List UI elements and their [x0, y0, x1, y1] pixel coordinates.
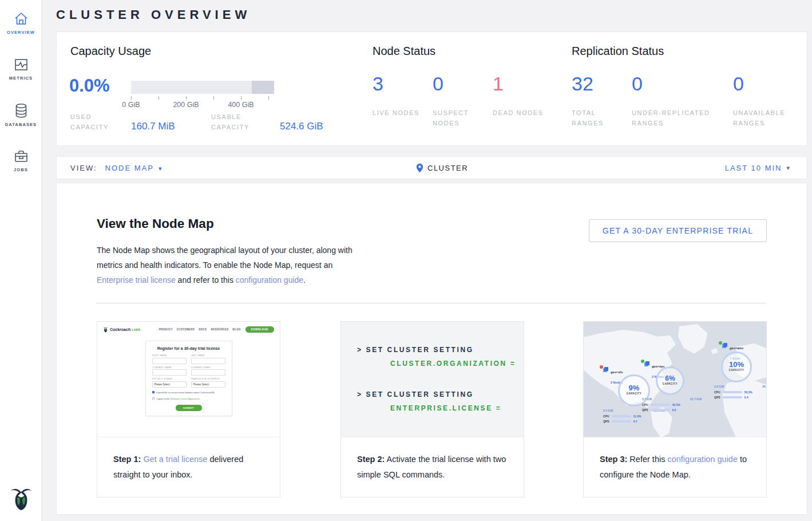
node-icon	[723, 343, 727, 347]
mini-site-header: Cockroach LABS PRODUCT CUSTOMERS DOCS RE…	[97, 322, 280, 335]
total-capacity: 36.6 GiB	[762, 385, 766, 388]
suspect-nodes-value: 0	[433, 73, 485, 94]
mini-trial-form: Register for a 30-day trial license FIRS…	[145, 341, 232, 416]
text-input	[191, 369, 225, 376]
home-icon	[14, 11, 29, 26]
capacity-percent: 0.0%	[69, 76, 110, 96]
sidebar-item-metrics[interactable]: METRICS	[0, 57, 42, 81]
usable-capacity-label: USABLE CAPACITY	[211, 112, 266, 132]
cockroach-labs-logo[interactable]	[0, 486, 42, 513]
node-map-heading: View the Node Map	[97, 216, 214, 231]
view-dropdown[interactable]: NODE MAP▾	[105, 164, 163, 172]
field-label: FIRST NAME	[152, 354, 187, 357]
email-updates-checkbox-row: I would like to receive email updates ab…	[152, 391, 225, 394]
chevron-down-icon: ▾	[786, 164, 790, 172]
capacity-bar	[131, 81, 274, 94]
form-fields: FIRST NAME LAST NAME COMPANY NAME COMPAN…	[152, 354, 225, 388]
view-label: VIEW:	[70, 164, 97, 172]
node-gauge-ams: geo=ams 1 Node 10% CAPACITY 3.6 GiB 36.6…	[584, 322, 766, 437]
locality-name: geo=ams	[730, 346, 743, 350]
node-status-title: Node Status	[373, 45, 435, 58]
breadcrumb-cluster: CLUSTER	[427, 164, 468, 172]
database-icon	[14, 103, 28, 119]
total-ranges-value: 32	[572, 73, 623, 94]
capacity-bar-reserved-segment	[252, 81, 274, 94]
sidebar-item-jobs[interactable]: JOBS	[0, 149, 42, 172]
step-2-caption: Step 2: Activate the trial license with …	[341, 437, 524, 483]
used-capacity: 3.6 GiB	[714, 385, 724, 388]
license-agreement-checkbox-row: I agree to the Software License Agreemen…	[152, 397, 225, 400]
unavailable-ranges-label: UNAVAILABLE RANGES	[733, 108, 802, 128]
sidebar-item-label: METRICS	[0, 76, 42, 81]
sidebar-item-databases[interactable]: DATABASES	[0, 103, 42, 127]
step-1-thumbnail: Cockroach LABS PRODUCT CUSTOMERS DOCS RE…	[97, 322, 280, 437]
text-input	[191, 358, 225, 364]
chevron-down-icon: ▾	[159, 165, 163, 172]
time-range-dropdown[interactable]: LAST 10 MIN ▾	[725, 164, 790, 172]
nav-item: CUSTOMERS	[177, 328, 195, 331]
dead-nodes-value: 1	[493, 73, 545, 94]
prompt-icon: >	[357, 390, 363, 398]
replication-status-title: Replication Status	[572, 45, 664, 58]
download-button: DOWNLOAD	[245, 326, 274, 333]
sidebar-item-label: JOBS	[0, 167, 42, 172]
checkbox-label: I agree to the Software License Agreemen…	[156, 397, 200, 400]
mini-site-nav: PRODUCT CUSTOMERS DOCS RESOURCES BLOG DO…	[155, 326, 274, 333]
get-trial-license-link[interactable]: Get a trial license	[143, 455, 207, 464]
view-selector-group: VIEW: NODE MAP▾	[70, 164, 163, 172]
caption-text: Refer this	[627, 455, 667, 464]
view-dropdown-value: NODE MAP	[105, 164, 154, 172]
node-map-description: The Node Map shows the geographical layo…	[97, 243, 366, 287]
sidebar-item-overview[interactable]: OVERVIEW	[0, 11, 42, 35]
capacity-percent: 10%	[723, 360, 750, 369]
step-number: Step 3:	[600, 455, 627, 464]
capacity-range: 3.6 GiB 36.6 GiB	[714, 385, 766, 388]
usable-capacity-value: 524.6 GiB	[280, 121, 323, 132]
enterprise-trial-button[interactable]: GET A 30-DAY ENTERPRISE TRIAL	[589, 219, 767, 242]
checkbox-checked-icon	[152, 391, 155, 394]
suspect-nodes-label: SUSPECT NODES	[433, 108, 485, 128]
tick-label: 400 GiB	[228, 101, 253, 109]
node-map-panel: View the Node Map The Node Map shows the…	[56, 183, 807, 515]
sidebar-item-label: DATABASES	[0, 122, 42, 127]
checkbox-text: I agree to the	[156, 397, 171, 400]
nav-item: BLOG	[233, 328, 241, 331]
time-range-value: LAST 10 MIN	[725, 164, 782, 172]
divider	[97, 303, 766, 303]
location-pin-icon	[416, 163, 423, 173]
qps-value: 0.4	[744, 396, 748, 399]
breadcrumb[interactable]: CLUSTER	[416, 163, 468, 173]
nav-item: RESOURCES	[211, 328, 228, 331]
code-keyword: SET CLUSTER SETTING	[366, 346, 474, 354]
step-number: Step 1:	[113, 455, 141, 464]
checkbox-label: I would like to receive email updates ab…	[156, 391, 215, 394]
step-3-node-map-preview: geo=sfo 2 Nodes 9% CAPACITY 3.2 GiB 35.1…	[584, 322, 766, 437]
configuration-guide-link[interactable]: configuration guide	[236, 275, 303, 285]
step-2-code-block: > SET CLUSTER SETTING CLUSTER.ORGANIZATI…	[341, 322, 524, 437]
enterprise-trial-license-link[interactable]: Enterprise trial license	[97, 275, 176, 285]
total-ranges-label: TOTAL RANGES	[572, 108, 623, 128]
capacity-usage-title: Capacity Usage	[70, 45, 151, 58]
configuration-guide-link[interactable]: configuration guide	[667, 455, 738, 464]
sidebar: OVERVIEW METRICS DATABASES JO	[0, 0, 42, 521]
cpu-value: 58.3%	[744, 390, 752, 394]
sidebar-item-label: OVERVIEW	[0, 30, 42, 35]
step-2-card: > SET CLUSTER SETTING CLUSTER.ORGANIZATI…	[340, 321, 524, 498]
cpu-row: CPU 58.3%	[714, 390, 752, 394]
capacity-details: USED CAPACITY 160.7 MiB USABLE CAPACITY …	[70, 110, 368, 139]
nav-item: DOCS	[199, 328, 207, 331]
live-nodes-value: 3	[373, 73, 425, 94]
description-text: .	[303, 275, 306, 285]
under-replicated-ranges-value: 0	[632, 73, 724, 94]
dead-nodes-label: DEAD NODES	[493, 108, 545, 118]
cockroach-bug-icon	[10, 486, 32, 511]
step-3-card: geo=sfo 2 Nodes 9% CAPACITY 3.2 GiB 35.1…	[583, 321, 767, 498]
nav-item: PRODUCT	[159, 328, 172, 331]
used-capacity-label: USED CAPACITY	[70, 112, 125, 132]
dead-nodes-stat: 1 DEAD NODES	[493, 73, 545, 118]
live-nodes-stat: 3 LIVE NODES	[373, 73, 425, 118]
step-1-card: Cockroach LABS PRODUCT CUSTOMERS DOCS RE…	[97, 321, 280, 498]
used-capacity-value: 160.7 MiB	[131, 121, 175, 132]
select-input: Please Select	[191, 381, 225, 388]
step-1-caption: Step 1: Get a trial license delivered st…	[97, 437, 280, 483]
